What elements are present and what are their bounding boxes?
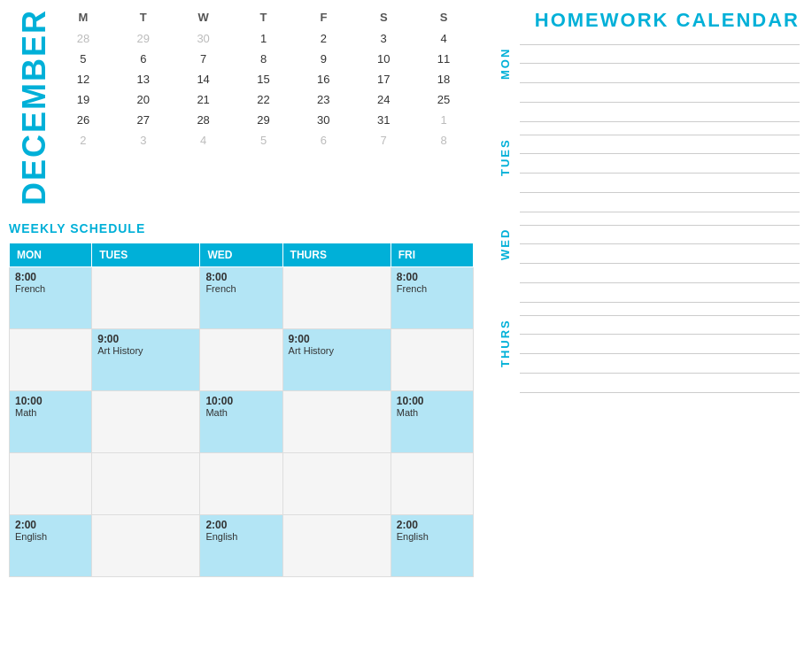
schedule-time: 10:00 bbox=[15, 395, 86, 407]
calendar-cell: 8 bbox=[234, 50, 294, 68]
schedule-cell: 10:00Math bbox=[200, 391, 282, 453]
calendar-cell: 30 bbox=[174, 29, 234, 48]
schedule-cell bbox=[92, 515, 200, 577]
calendar-cell: 7 bbox=[174, 50, 234, 68]
schedule-time: 2:00 bbox=[15, 519, 86, 531]
schedule-col-header: THURS bbox=[282, 243, 391, 267]
hw-line bbox=[520, 374, 800, 393]
schedule-cell bbox=[200, 329, 282, 391]
calendar-cell: 1 bbox=[234, 29, 294, 48]
schedule-cell bbox=[10, 453, 92, 515]
schedule-cell bbox=[282, 267, 391, 329]
calendar-cell: 28 bbox=[53, 29, 113, 48]
calendar-cell: 8 bbox=[414, 131, 474, 150]
hw-day-section: WED bbox=[495, 225, 800, 303]
schedule-cell: 8:00French bbox=[391, 267, 473, 329]
schedule-col-header: FRI bbox=[391, 243, 473, 267]
calendar-cell: 24 bbox=[353, 90, 414, 109]
schedule-subject: Art History bbox=[289, 345, 385, 356]
schedule-col-header: TUES bbox=[92, 243, 200, 267]
schedule-col-header: WED bbox=[200, 243, 282, 267]
calendar-cell: 28 bbox=[174, 111, 234, 129]
hw-line bbox=[520, 354, 800, 374]
schedule-cell bbox=[92, 453, 200, 515]
calendar-cell: 5 bbox=[53, 50, 113, 68]
calendar-cell: 23 bbox=[293, 90, 353, 109]
hw-day-label: WED bbox=[499, 228, 512, 260]
schedule-subject: English bbox=[15, 531, 86, 542]
schedule-cell bbox=[10, 329, 92, 391]
hw-line bbox=[520, 174, 800, 193]
schedule-subject: English bbox=[397, 531, 468, 542]
calendar-cell: 14 bbox=[174, 70, 234, 89]
schedule-time: 2:00 bbox=[205, 519, 276, 531]
calendar-row: 567891011 bbox=[53, 50, 474, 68]
schedule-row: 8:00French8:00French8:00French bbox=[10, 267, 474, 329]
schedule-time: 8:00 bbox=[205, 271, 276, 283]
schedule-subject: English bbox=[205, 531, 276, 542]
calendar-cell: 13 bbox=[113, 70, 174, 89]
homework-calendar-title: HOMEWORK CALENDAR bbox=[495, 9, 800, 32]
weekly-schedule-section: WEEKLY SCHEDULE MONTUESWEDTHURSFRI 8:00F… bbox=[9, 221, 474, 577]
calendar-cell: 27 bbox=[113, 111, 174, 129]
calendar-cell: 4 bbox=[174, 131, 234, 150]
schedule-subject: French bbox=[15, 283, 86, 294]
hw-day-section: THURS bbox=[495, 315, 800, 393]
hw-line bbox=[520, 135, 800, 154]
schedule-cell: 2:00English bbox=[10, 515, 92, 577]
hw-lines bbox=[514, 225, 800, 303]
calendar-cell: 1 bbox=[414, 111, 474, 129]
hw-line bbox=[520, 264, 800, 283]
schedule-time: 9:00 bbox=[97, 333, 194, 345]
hw-day-label-container: MON bbox=[495, 44, 514, 115]
calendar-cell: 10 bbox=[353, 50, 414, 68]
calendar-row: 2627282930311 bbox=[53, 111, 474, 129]
schedule-cell bbox=[200, 453, 282, 515]
calendar-cell: 9 bbox=[293, 50, 353, 68]
schedule-cell: 10:00Math bbox=[391, 391, 473, 453]
calendar-cell: 18 bbox=[414, 70, 474, 89]
calendar-header-row: MTWTFSS bbox=[53, 9, 474, 26]
schedule-time: 8:00 bbox=[15, 271, 86, 283]
schedule-cell: 8:00French bbox=[10, 267, 92, 329]
calendar-day-header: F bbox=[293, 9, 353, 26]
schedule-header-row: MONTUESWEDTHURSFRI bbox=[10, 243, 474, 267]
hw-line bbox=[520, 154, 800, 174]
hw-day-label-container: WED bbox=[495, 225, 514, 296]
calendar-cell: 15 bbox=[234, 70, 294, 89]
schedule-table: MONTUESWEDTHURSFRI 8:00French8:00French8… bbox=[9, 243, 474, 577]
hw-line bbox=[520, 283, 800, 303]
schedule-cell bbox=[92, 267, 200, 329]
calendar-row: 2345678 bbox=[53, 131, 474, 150]
calendar-cell: 29 bbox=[234, 111, 294, 129]
calendar-cell: 21 bbox=[174, 90, 234, 109]
calendar-cell: 20 bbox=[113, 90, 174, 109]
calendar-cell: 26 bbox=[53, 111, 113, 129]
schedule-subject: French bbox=[397, 283, 468, 294]
right-panel: HOMEWORK CALENDAR MONTUESWEDTHURS bbox=[483, 0, 812, 648]
calendar-section: DECEMBER MTWTFSS 28293012345678910111213… bbox=[9, 9, 474, 205]
schedule-col-header: MON bbox=[10, 243, 92, 267]
hw-line bbox=[520, 244, 800, 264]
hw-day-label-container: THURS bbox=[495, 315, 514, 386]
calendar-cell: 3 bbox=[113, 131, 174, 150]
schedule-subject: Math bbox=[397, 407, 468, 418]
hw-day-section: TUES bbox=[495, 135, 800, 212]
schedule-subject: French bbox=[205, 283, 276, 294]
hw-line bbox=[520, 103, 800, 122]
hw-day-label: THURS bbox=[499, 319, 512, 367]
calendar-row: 19202122232425 bbox=[53, 90, 474, 109]
left-panel: DECEMBER MTWTFSS 28293012345678910111213… bbox=[0, 0, 483, 648]
calendar-cell: 2 bbox=[293, 29, 353, 48]
calendar-day-header: S bbox=[353, 9, 414, 26]
schedule-cell bbox=[92, 391, 200, 453]
schedule-time: 10:00 bbox=[397, 395, 468, 407]
schedule-cell bbox=[391, 453, 473, 515]
calendar-cell: 30 bbox=[293, 111, 353, 129]
schedule-subject: Math bbox=[205, 407, 276, 418]
schedule-row: 2:00English2:00English2:00English bbox=[10, 515, 474, 577]
calendar-cell: 3 bbox=[353, 29, 414, 48]
calendar-day-header: W bbox=[174, 9, 234, 26]
schedule-subject: Art History bbox=[97, 345, 194, 356]
hw-lines bbox=[514, 135, 800, 212]
